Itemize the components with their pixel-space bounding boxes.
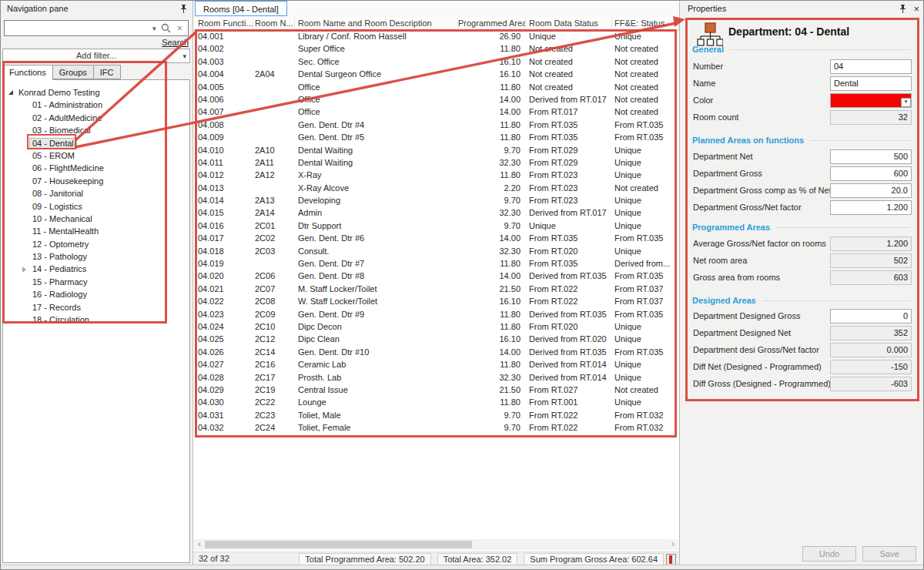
field-value[interactable]: 600	[830, 166, 912, 181]
cell-programmed-area: 11.80	[458, 131, 526, 143]
field-value[interactable]: 352	[830, 326, 912, 340]
tree-expander-icon[interactable]	[8, 90, 13, 95]
field-value[interactable]: 1.200	[830, 200, 912, 215]
table-row[interactable]: 04.008 Gen. Dent. Dtr #4 11.80 From RT.0…	[193, 119, 679, 131]
table-row[interactable]: 04.023 2C09 Gen. Dent. Dtr #9 11.80 Deri…	[193, 308, 679, 320]
undo-button[interactable]: Undo	[802, 546, 856, 562]
search-icon[interactable]	[161, 23, 171, 33]
tree-item[interactable]: 17 - Records	[3, 301, 189, 314]
tree-item[interactable]: 12 - Optometry	[3, 238, 189, 250]
tree-item[interactable]: 16 - Radiology	[3, 288, 189, 300]
scrollbar-thumb[interactable]	[205, 541, 472, 548]
table-row[interactable]: 04.009 Gen. Dent. Dtr #5 11.80 From RT.0…	[193, 131, 679, 143]
tree-item[interactable]: 11 - MentalHealth	[3, 225, 189, 237]
table-row[interactable]: 04.003 Sec. Office 16.10 Not created Not…	[193, 55, 679, 68]
table-row[interactable]: 04.029 2C19 Central Issue 21.50 From RT.…	[193, 384, 679, 396]
name-field[interactable]: Dental	[830, 76, 912, 91]
tree-item[interactable]: 13 - Pathology	[3, 250, 189, 263]
table-row[interactable]: 04.013 X-Ray Alcove 2.20 From RT.023 Not…	[193, 182, 679, 194]
save-button[interactable]: Save	[862, 546, 916, 562]
clear-search-icon[interactable]: ×	[176, 22, 182, 34]
table-row[interactable]: 04.001 Library / Conf. Room Hassell 26.9…	[193, 30, 679, 42]
tree-item[interactable]: 10 - Mechanical	[3, 213, 189, 225]
search-link[interactable]: Search	[162, 38, 189, 47]
col-room-function[interactable]: Room Functi...	[193, 17, 253, 30]
field-value[interactable]: 20.0	[830, 183, 912, 198]
tree-item[interactable]: 01 - Administration	[3, 99, 189, 111]
table-row[interactable]: 04.021 2C07 M. Staff Locker/Toilet 21.50…	[193, 283, 679, 295]
table-row[interactable]: 04.002 Super Office 11.80 Not created No…	[193, 42, 679, 55]
table-row[interactable]: 04.017 2C02 Gen. Dent. Dtr #6 14.00 From…	[193, 232, 679, 244]
cell-room-name: Sec. Office	[295, 55, 458, 68]
cell-programmed-area: 2.20	[458, 182, 526, 194]
nav-tab[interactable]: IFC	[93, 65, 121, 79]
tree-item[interactable]: Konrad Demo Testing	[3, 86, 189, 99]
table-row[interactable]: 04.032 2C24 Toliet, Female 9.70 From RT.…	[193, 421, 679, 434]
nav-tab[interactable]: Groups	[52, 65, 94, 79]
table-row[interactable]: 04.019 Gen. Dent. Dtr #7 11.80 From RT.0…	[193, 257, 679, 270]
tree-item[interactable]: 14 - Pediatrics	[3, 263, 189, 275]
table-row[interactable]: 04.022 2C08 W. Staff Locker/Toilet 16.10…	[193, 295, 679, 307]
cell-room-name: Lounge	[295, 396, 458, 408]
cell-room-name: Super Office	[295, 42, 458, 55]
scroll-right-icon[interactable]: ›	[668, 539, 678, 550]
close-icon[interactable]: ×	[913, 4, 919, 14]
tree-item[interactable]: 07 - Housekeeping	[3, 175, 189, 187]
table-row[interactable]: 04.027 2C16 Ceramic Lab 11.80 Derived fr…	[193, 358, 679, 370]
table-row[interactable]: 04.026 2C14 Gen. Dent. Dtr #10 14.00 Der…	[193, 346, 679, 358]
tree-item[interactable]: 03 - Biomedical	[3, 124, 189, 136]
table-row[interactable]: 04.004 2A04 Dental Surgeon Office 16.10 …	[193, 68, 679, 80]
field-value[interactable]: 0.000	[830, 343, 912, 357]
table-row[interactable]: 04.005 Office 11.80 Not created Not crea…	[193, 81, 679, 93]
col-room-name[interactable]: Room Name and Room Description	[295, 17, 458, 30]
number-field[interactable]: 04	[830, 59, 912, 74]
search-input[interactable]	[8, 21, 152, 35]
pin-icon[interactable]	[179, 4, 188, 14]
table-row[interactable]: 04.020 2C06 Gen. Dent. Dtr #8 14.00 Deri…	[193, 270, 679, 282]
col-room-number[interactable]: Room N...	[253, 17, 295, 30]
add-filter-caret-icon[interactable]: ▾	[182, 50, 186, 63]
tree-item[interactable]: 06 - FlightMedicine	[3, 162, 189, 174]
pin-icon[interactable]	[899, 4, 907, 14]
color-field[interactable]: ▾	[830, 93, 912, 108]
search-box[interactable]: ▾ ×	[4, 20, 189, 36]
tree-item[interactable]: 04 - Dental	[3, 137, 189, 149]
tree-expander-icon[interactable]	[22, 267, 26, 273]
tree-item[interactable]: 15 - Pharmacy	[3, 276, 189, 288]
cell-room-name: Office	[295, 106, 458, 118]
table-row[interactable]: 04.031 2C23 Toliet, Male 9.70 From RT.02…	[193, 409, 679, 421]
tree-item[interactable]: 05 - EROM	[3, 149, 189, 162]
table-row[interactable]: 04.016 2C01 Dtr Support 9.70 Unique Uniq…	[193, 220, 679, 232]
table-row[interactable]: 04.015 2A14 Admin 32.30 Derived from RT.…	[193, 206, 679, 219]
tree-item[interactable]: 18 - Circulation	[3, 314, 189, 326]
field-value[interactable]: 0	[830, 309, 912, 324]
cell-programmed-area: 32.30	[458, 206, 526, 219]
table-row[interactable]: 04.030 2C22 Lounge 11.80 From RT.001 Uni…	[193, 396, 679, 408]
horizontal-scrollbar[interactable]: ‹ ›	[194, 539, 678, 550]
tree-item[interactable]: 09 - Logistics	[3, 200, 189, 213]
color-dropdown-caret-icon[interactable]: ▾	[901, 98, 911, 107]
table-row[interactable]: 04.010 2A10 Dental Waiting 9.70 From RT.…	[193, 144, 679, 156]
tree-item[interactable]: 08 - Janitorial	[3, 187, 189, 200]
table-row[interactable]: 04.006 Office 14.00 Derived from RT.017 …	[193, 93, 679, 106]
tree-item[interactable]: 02 - AdultMedicine	[3, 112, 189, 124]
scroll-left-icon[interactable]: ‹	[194, 539, 205, 550]
table-row[interactable]: 04.012 2A12 X-Ray 11.80 From RT.023 Uniq…	[193, 169, 679, 181]
col-ffe-status[interactable]: FF&E: Status	[612, 17, 679, 30]
table-row[interactable]: 04.025 2C12 Dipc Clean 16.10 Derived fro…	[193, 333, 679, 345]
field-value[interactable]: -603	[830, 377, 912, 391]
field-value[interactable]: 500	[830, 149, 912, 164]
table-row[interactable]: 04.024 2C10 Dipc Decon 11.80 From RT.020…	[193, 320, 679, 333]
rooms-tab[interactable]: Rooms [04 - Dental]	[195, 1, 287, 16]
table-row[interactable]: 04.011 2A11 Dental Waiting 32.30 From RT…	[193, 156, 679, 169]
add-filter-button[interactable]: Add filter... ▾	[2, 49, 190, 63]
search-dropdown-caret-icon[interactable]: ▾	[152, 25, 156, 32]
table-row[interactable]: 04.028 2C17 Prosth. Lab 32.30 Derived fr…	[193, 371, 679, 384]
table-row[interactable]: 04.018 2C03 Consult. 32.30 From RT.020 U…	[193, 245, 679, 257]
table-row[interactable]: 04.014 2A13 Developing 9.70 From RT.023 …	[193, 194, 679, 206]
field-value[interactable]: -150	[830, 360, 912, 374]
nav-tab[interactable]: Functions	[2, 65, 53, 80]
col-room-data-status[interactable]: Room Data Status	[526, 17, 612, 30]
table-row[interactable]: 04.007 Office 14.00 From RT.017 Not crea…	[193, 106, 679, 118]
col-programmed-area[interactable]: Programmed Area	[458, 17, 526, 30]
